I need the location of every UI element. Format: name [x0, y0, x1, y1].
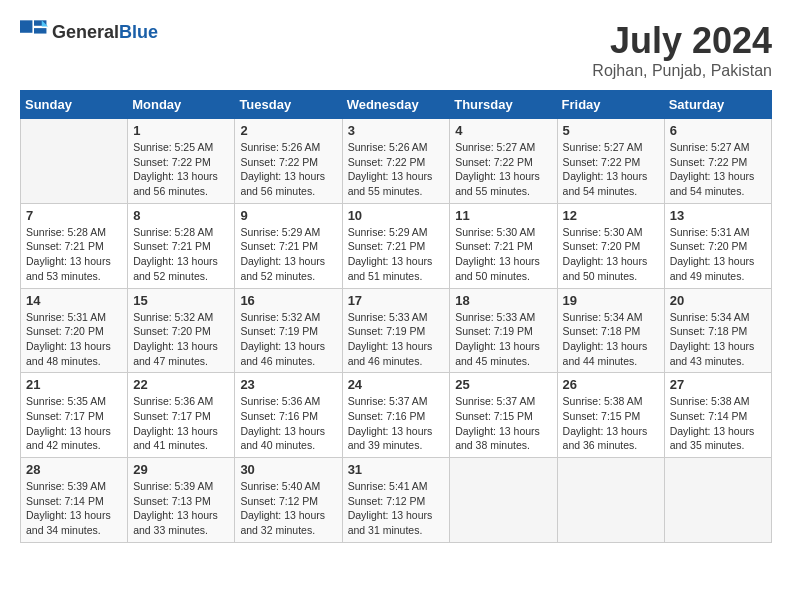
day-number: 6 [670, 123, 766, 138]
calendar-cell: 23Sunrise: 5:36 AMSunset: 7:16 PMDayligh… [235, 373, 342, 458]
page-header: GeneralBlue July 2024 Rojhan, Punjab, Pa… [20, 20, 772, 80]
day-number: 30 [240, 462, 336, 477]
calendar-cell: 7Sunrise: 5:28 AMSunset: 7:21 PMDaylight… [21, 203, 128, 288]
calendar-cell: 24Sunrise: 5:37 AMSunset: 7:16 PMDayligh… [342, 373, 450, 458]
day-info: Sunrise: 5:27 AMSunset: 7:22 PMDaylight:… [563, 140, 659, 199]
weekday-header-row: SundayMondayTuesdayWednesdayThursdayFrid… [21, 91, 772, 119]
calendar-cell: 9Sunrise: 5:29 AMSunset: 7:21 PMDaylight… [235, 203, 342, 288]
day-number: 10 [348, 208, 445, 223]
calendar-cell: 10Sunrise: 5:29 AMSunset: 7:21 PMDayligh… [342, 203, 450, 288]
calendar-cell: 8Sunrise: 5:28 AMSunset: 7:21 PMDaylight… [128, 203, 235, 288]
calendar-cell: 25Sunrise: 5:37 AMSunset: 7:15 PMDayligh… [450, 373, 557, 458]
calendar-week-row: 21Sunrise: 5:35 AMSunset: 7:17 PMDayligh… [21, 373, 772, 458]
calendar-cell: 11Sunrise: 5:30 AMSunset: 7:21 PMDayligh… [450, 203, 557, 288]
calendar-cell [664, 458, 771, 543]
calendar-cell: 1Sunrise: 5:25 AMSunset: 7:22 PMDaylight… [128, 119, 235, 204]
day-number: 9 [240, 208, 336, 223]
calendar-week-row: 7Sunrise: 5:28 AMSunset: 7:21 PMDaylight… [21, 203, 772, 288]
logo-icon [20, 20, 48, 44]
svg-rect-0 [20, 20, 32, 32]
day-info: Sunrise: 5:26 AMSunset: 7:22 PMDaylight:… [348, 140, 445, 199]
day-info: Sunrise: 5:32 AMSunset: 7:19 PMDaylight:… [240, 310, 336, 369]
calendar-cell: 5Sunrise: 5:27 AMSunset: 7:22 PMDaylight… [557, 119, 664, 204]
day-info: Sunrise: 5:36 AMSunset: 7:16 PMDaylight:… [240, 394, 336, 453]
calendar-cell: 21Sunrise: 5:35 AMSunset: 7:17 PMDayligh… [21, 373, 128, 458]
day-info: Sunrise: 5:29 AMSunset: 7:21 PMDaylight:… [240, 225, 336, 284]
day-info: Sunrise: 5:39 AMSunset: 7:14 PMDaylight:… [26, 479, 122, 538]
day-number: 16 [240, 293, 336, 308]
day-number: 1 [133, 123, 229, 138]
day-info: Sunrise: 5:27 AMSunset: 7:22 PMDaylight:… [455, 140, 551, 199]
day-info: Sunrise: 5:35 AMSunset: 7:17 PMDaylight:… [26, 394, 122, 453]
day-number: 4 [455, 123, 551, 138]
day-info: Sunrise: 5:36 AMSunset: 7:17 PMDaylight:… [133, 394, 229, 453]
calendar-cell [557, 458, 664, 543]
weekday-header: Wednesday [342, 91, 450, 119]
day-info: Sunrise: 5:25 AMSunset: 7:22 PMDaylight:… [133, 140, 229, 199]
calendar-cell: 2Sunrise: 5:26 AMSunset: 7:22 PMDaylight… [235, 119, 342, 204]
logo-blue: Blue [119, 22, 158, 42]
calendar-cell [450, 458, 557, 543]
day-info: Sunrise: 5:38 AMSunset: 7:15 PMDaylight:… [563, 394, 659, 453]
svg-rect-2 [34, 28, 46, 33]
weekday-header: Sunday [21, 91, 128, 119]
calendar-cell: 12Sunrise: 5:30 AMSunset: 7:20 PMDayligh… [557, 203, 664, 288]
day-info: Sunrise: 5:34 AMSunset: 7:18 PMDaylight:… [670, 310, 766, 369]
day-number: 24 [348, 377, 445, 392]
day-number: 22 [133, 377, 229, 392]
day-number: 18 [455, 293, 551, 308]
day-number: 25 [455, 377, 551, 392]
calendar-cell: 18Sunrise: 5:33 AMSunset: 7:19 PMDayligh… [450, 288, 557, 373]
weekday-header: Tuesday [235, 91, 342, 119]
calendar-cell [21, 119, 128, 204]
day-info: Sunrise: 5:26 AMSunset: 7:22 PMDaylight:… [240, 140, 336, 199]
day-info: Sunrise: 5:40 AMSunset: 7:12 PMDaylight:… [240, 479, 336, 538]
day-info: Sunrise: 5:41 AMSunset: 7:12 PMDaylight:… [348, 479, 445, 538]
day-number: 20 [670, 293, 766, 308]
calendar-title: July 2024 [592, 20, 772, 62]
day-number: 28 [26, 462, 122, 477]
calendar-cell: 20Sunrise: 5:34 AMSunset: 7:18 PMDayligh… [664, 288, 771, 373]
day-number: 23 [240, 377, 336, 392]
calendar-cell: 13Sunrise: 5:31 AMSunset: 7:20 PMDayligh… [664, 203, 771, 288]
day-number: 29 [133, 462, 229, 477]
calendar-cell: 29Sunrise: 5:39 AMSunset: 7:13 PMDayligh… [128, 458, 235, 543]
calendar-cell: 31Sunrise: 5:41 AMSunset: 7:12 PMDayligh… [342, 458, 450, 543]
day-info: Sunrise: 5:30 AMSunset: 7:20 PMDaylight:… [563, 225, 659, 284]
calendar-cell: 14Sunrise: 5:31 AMSunset: 7:20 PMDayligh… [21, 288, 128, 373]
day-info: Sunrise: 5:30 AMSunset: 7:21 PMDaylight:… [455, 225, 551, 284]
calendar-cell: 22Sunrise: 5:36 AMSunset: 7:17 PMDayligh… [128, 373, 235, 458]
day-info: Sunrise: 5:31 AMSunset: 7:20 PMDaylight:… [26, 310, 122, 369]
calendar-cell: 6Sunrise: 5:27 AMSunset: 7:22 PMDaylight… [664, 119, 771, 204]
calendar-cell: 4Sunrise: 5:27 AMSunset: 7:22 PMDaylight… [450, 119, 557, 204]
day-info: Sunrise: 5:37 AMSunset: 7:15 PMDaylight:… [455, 394, 551, 453]
day-info: Sunrise: 5:27 AMSunset: 7:22 PMDaylight:… [670, 140, 766, 199]
day-number: 31 [348, 462, 445, 477]
day-number: 26 [563, 377, 659, 392]
day-number: 2 [240, 123, 336, 138]
day-info: Sunrise: 5:33 AMSunset: 7:19 PMDaylight:… [348, 310, 445, 369]
weekday-header: Monday [128, 91, 235, 119]
calendar-week-row: 28Sunrise: 5:39 AMSunset: 7:14 PMDayligh… [21, 458, 772, 543]
day-number: 14 [26, 293, 122, 308]
title-block: July 2024 Rojhan, Punjab, Pakistan [592, 20, 772, 80]
calendar-cell: 30Sunrise: 5:40 AMSunset: 7:12 PMDayligh… [235, 458, 342, 543]
day-info: Sunrise: 5:32 AMSunset: 7:20 PMDaylight:… [133, 310, 229, 369]
day-number: 13 [670, 208, 766, 223]
day-info: Sunrise: 5:34 AMSunset: 7:18 PMDaylight:… [563, 310, 659, 369]
day-info: Sunrise: 5:37 AMSunset: 7:16 PMDaylight:… [348, 394, 445, 453]
calendar-cell: 3Sunrise: 5:26 AMSunset: 7:22 PMDaylight… [342, 119, 450, 204]
calendar-cell: 26Sunrise: 5:38 AMSunset: 7:15 PMDayligh… [557, 373, 664, 458]
day-number: 12 [563, 208, 659, 223]
day-info: Sunrise: 5:28 AMSunset: 7:21 PMDaylight:… [26, 225, 122, 284]
day-number: 19 [563, 293, 659, 308]
calendar-table: SundayMondayTuesdayWednesdayThursdayFrid… [20, 90, 772, 543]
weekday-header: Friday [557, 91, 664, 119]
day-number: 5 [563, 123, 659, 138]
day-number: 15 [133, 293, 229, 308]
day-info: Sunrise: 5:33 AMSunset: 7:19 PMDaylight:… [455, 310, 551, 369]
logo-general: General [52, 22, 119, 42]
day-info: Sunrise: 5:31 AMSunset: 7:20 PMDaylight:… [670, 225, 766, 284]
day-number: 8 [133, 208, 229, 223]
logo-text: GeneralBlue [52, 22, 158, 43]
